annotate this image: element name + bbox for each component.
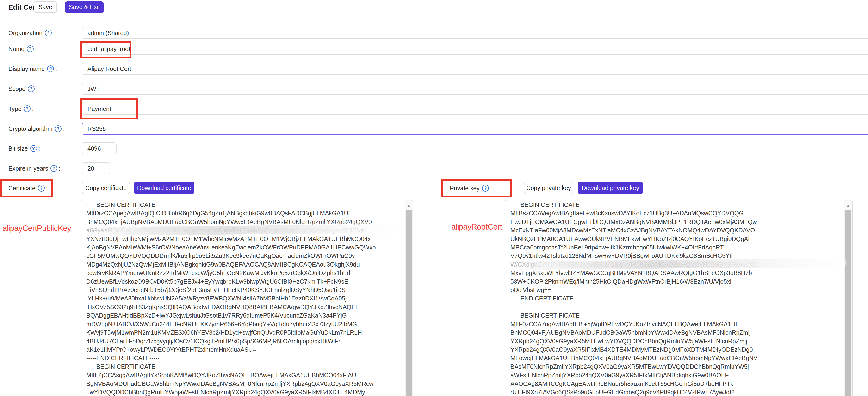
bit-size-input[interactable]: 4096 xyxy=(82,142,117,154)
label-colon: : xyxy=(63,125,65,132)
form-row-scope: Scope?: JWT xyxy=(0,83,868,95)
help-icon[interactable]: ? xyxy=(30,145,37,152)
name-input[interactable]: cert_alipay_root xyxy=(82,43,868,55)
download-certificate-button[interactable]: Download certificate xyxy=(134,181,194,194)
label-colon: : xyxy=(53,30,55,36)
copy-certificate-button[interactable]: Copy certificate xyxy=(82,181,130,194)
scope-label: Scope xyxy=(8,85,26,92)
help-icon[interactable]: ? xyxy=(28,85,35,92)
annotation-box-type xyxy=(80,98,138,119)
top-bar: Edit Cert Save Save & Exit xyxy=(0,0,868,15)
annotation-box-private-key-label xyxy=(441,179,512,197)
expire-in-years-input[interactable]: 20 xyxy=(82,162,110,174)
scrollbar-thumb[interactable] xyxy=(845,210,851,396)
private-key-scrollbar[interactable]: ▲ xyxy=(844,200,852,396)
help-icon[interactable]: ? xyxy=(47,65,54,72)
page-title: Edit Cert xyxy=(8,0,37,15)
display-name-label: Display name xyxy=(8,65,45,73)
annotation-box-certificate-label xyxy=(0,179,53,197)
type-input[interactable]: Payment xyxy=(82,103,868,115)
form-row-bit-size: Bit size?: 4096 xyxy=(0,142,868,154)
private-key-pem-text: -----BEGIN CERTIFICATE----- MIIBszCCAVeg… xyxy=(510,201,842,396)
help-icon[interactable]: ? xyxy=(24,105,31,112)
expire-in-years-label: Expire in years xyxy=(8,165,48,172)
label-colon: : xyxy=(59,165,60,172)
scrollbar-thumb[interactable] xyxy=(406,210,412,396)
help-icon[interactable]: ? xyxy=(45,30,52,36)
label-colon: : xyxy=(36,85,38,92)
form-row-crypto-algorithm: Crypto algorithm?: RS256 xyxy=(0,123,868,135)
annotation-text-alipay-cert-public-key: alipayCertPublicKey xyxy=(2,224,71,233)
download-private-key-button[interactable]: Download private key xyxy=(578,181,643,194)
label-colon: : xyxy=(38,145,40,152)
display-name-input[interactable]: Alipay Root Cert xyxy=(82,63,868,75)
label-colon: : xyxy=(35,46,37,52)
label-colon: : xyxy=(32,105,34,112)
type-label: Type xyxy=(8,105,21,112)
help-icon[interactable]: ? xyxy=(55,125,62,132)
certificate-scrollbar[interactable]: ▲ xyxy=(405,200,413,396)
form-row-display-name: Display name?: Alipay Root Cert xyxy=(0,63,868,75)
bit-size-label: Bit size xyxy=(8,145,28,152)
scroll-up-icon[interactable]: ▲ xyxy=(844,200,852,210)
form-row-expire-in-years: Expire in years?: 20 xyxy=(0,162,868,174)
name-label: Name xyxy=(8,46,25,52)
organization-input[interactable]: admin (Shared) xyxy=(82,27,868,39)
annotation-text-alipay-root-cert: alipayRootCert xyxy=(451,222,502,231)
save-button[interactable]: Save xyxy=(34,1,57,13)
annotation-box-name xyxy=(80,41,131,58)
organization-label: Organization xyxy=(8,30,42,36)
copy-private-key-button[interactable]: Copy private key xyxy=(524,181,574,194)
help-icon[interactable]: ? xyxy=(27,46,34,52)
edit-cert-page: Edit Cert Save Save & Exit Organization?… xyxy=(0,0,868,396)
scope-input[interactable]: JWT xyxy=(82,83,868,95)
private-key-textarea[interactable]: -----BEGIN CERTIFICATE----- MIIBszCCAVeg… xyxy=(505,200,852,396)
crypto-algorithm-label: Crypto algorithm xyxy=(8,125,52,132)
crypto-algorithm-input[interactable]: RS256 xyxy=(82,123,868,135)
label-colon: : xyxy=(55,65,57,73)
save-and-exit-button[interactable]: Save & Exit xyxy=(65,1,104,13)
form-row-organization: Organization?: admin (Shared) xyxy=(0,27,868,39)
help-icon[interactable]: ? xyxy=(51,165,57,172)
scroll-up-icon[interactable]: ▲ xyxy=(405,200,413,210)
